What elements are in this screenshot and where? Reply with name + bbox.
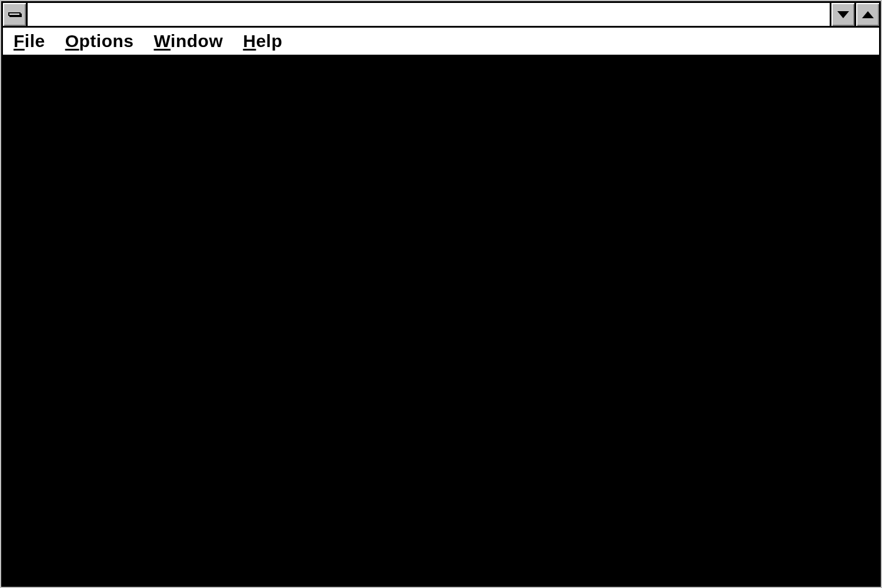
svg-marker-0 xyxy=(837,11,849,18)
svg-marker-1 xyxy=(862,11,874,18)
application-window: File Options Window Help xyxy=(1,1,881,587)
menu-bar: File Options Window Help xyxy=(3,28,879,56)
menu-options-rest: ptions xyxy=(79,31,134,51)
window-title xyxy=(28,3,830,26)
title-bar xyxy=(3,3,879,28)
menu-window-rest: indow xyxy=(171,31,223,51)
menu-options-accel: O xyxy=(65,31,79,51)
menu-help[interactable]: Help xyxy=(243,31,282,51)
arrow-up-icon xyxy=(862,11,874,18)
menu-file-accel: F xyxy=(14,31,25,51)
system-menu-icon xyxy=(8,12,21,16)
arrow-down-icon xyxy=(837,11,849,18)
menu-file-rest: ile xyxy=(25,31,45,51)
menu-window[interactable]: Window xyxy=(154,31,223,51)
menu-options[interactable]: Options xyxy=(65,31,134,51)
resize-handle-right[interactable] xyxy=(853,579,854,587)
menu-window-accel: W xyxy=(154,31,171,51)
maximize-restore-button[interactable] xyxy=(854,3,879,26)
minimize-button[interactable] xyxy=(830,3,854,26)
system-menu-button[interactable] xyxy=(3,3,28,26)
client-area xyxy=(3,56,879,585)
menu-help-accel: H xyxy=(243,31,256,51)
menu-file[interactable]: File xyxy=(14,31,45,51)
resize-handle-left[interactable] xyxy=(28,579,29,587)
menu-help-rest: elp xyxy=(256,31,282,51)
